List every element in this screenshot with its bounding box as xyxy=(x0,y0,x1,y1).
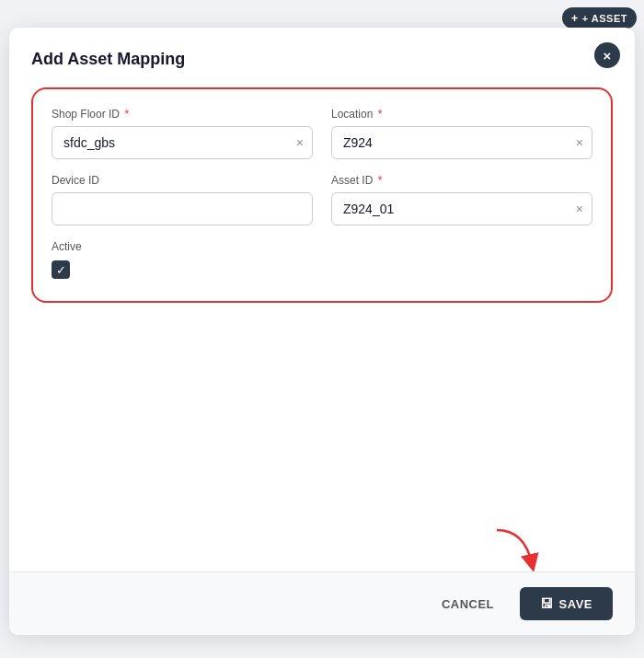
save-button[interactable]: 🖫 SAVE xyxy=(520,587,613,620)
location-input-wrapper: × xyxy=(331,126,592,159)
asset-badge[interactable]: + + ASSET xyxy=(562,7,637,29)
close-button[interactable]: × xyxy=(594,42,620,68)
form-row-2: Device ID Asset ID * × xyxy=(52,174,592,225)
active-checkbox[interactable]: ✓ xyxy=(52,260,70,279)
asset-id-clear-button[interactable]: × xyxy=(576,202,583,215)
device-id-input-wrapper xyxy=(52,192,313,225)
shop-floor-id-required: * xyxy=(124,108,129,121)
location-required: * xyxy=(378,108,383,121)
shop-floor-id-group: Shop Floor ID * × xyxy=(52,108,313,159)
checkbox-wrapper: ✓ xyxy=(52,260,592,279)
asset-badge-label: + ASSET xyxy=(582,13,627,24)
location-clear-button[interactable]: × xyxy=(576,136,583,149)
asset-id-required: * xyxy=(378,174,383,187)
shop-floor-id-input[interactable] xyxy=(52,126,313,159)
location-input[interactable] xyxy=(331,126,592,159)
device-id-input[interactable] xyxy=(52,192,313,225)
cancel-button[interactable]: CANCEL xyxy=(427,590,509,618)
shop-floor-id-clear-button[interactable]: × xyxy=(296,136,304,149)
active-label: Active xyxy=(52,240,592,253)
device-id-label: Device ID xyxy=(52,174,313,187)
modal-footer: CANCEL 🖫 SAVE xyxy=(9,571,635,635)
device-id-group: Device ID xyxy=(52,174,313,225)
plus-icon: + xyxy=(571,11,579,25)
asset-id-input[interactable] xyxy=(331,192,592,225)
form-row-1: Shop Floor ID * × Location * × xyxy=(52,108,592,159)
location-group: Location * × xyxy=(331,108,592,159)
asset-id-label: Asset ID * xyxy=(331,174,592,187)
asset-id-group: Asset ID * × xyxy=(331,174,592,225)
save-label: SAVE xyxy=(559,597,592,611)
form-section: Shop Floor ID * × Location * × xyxy=(31,87,613,303)
active-section: Active ✓ xyxy=(52,240,592,279)
location-label: Location * xyxy=(331,108,592,121)
shop-floor-id-label: Shop Floor ID * xyxy=(52,108,313,121)
asset-id-input-wrapper: × xyxy=(331,192,592,225)
shop-floor-id-input-wrapper: × xyxy=(52,126,313,159)
modal-title: Add Asset Mapping xyxy=(31,50,613,69)
save-icon: 🖫 xyxy=(540,596,554,611)
top-bar: + + ASSET xyxy=(562,7,637,29)
modal: Add Asset Mapping × Shop Floor ID * × Lo… xyxy=(9,28,635,635)
arrow-svg xyxy=(488,521,543,576)
